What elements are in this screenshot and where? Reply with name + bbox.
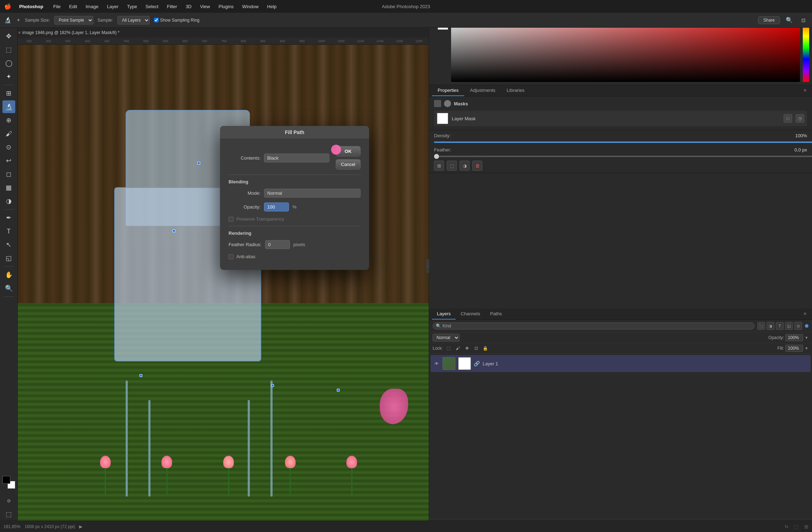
mask-selection-from-icon[interactable]: ⊞ bbox=[434, 161, 444, 171]
panel-collapse-handle[interactable]: ‹ bbox=[426, 259, 429, 273]
path-point[interactable] bbox=[197, 162, 200, 165]
status-bar-more-icon[interactable]: ⊞ bbox=[804, 524, 808, 530]
gradient-tool[interactable]: ▦ bbox=[2, 181, 15, 194]
screen-mode-btn[interactable]: ⬚ bbox=[2, 508, 15, 521]
path-point[interactable] bbox=[271, 384, 274, 387]
canvas-area[interactable] bbox=[18, 38, 429, 521]
menu-type[interactable]: Type bbox=[124, 3, 141, 10]
mask-delete-icon[interactable]: 🗑 bbox=[472, 161, 482, 171]
layers-search[interactable]: 🔍 Kind bbox=[433, 322, 755, 329]
tab-adjustments[interactable]: Adjustments bbox=[464, 85, 501, 96]
sample-size-select[interactable]: Point Sample bbox=[54, 16, 93, 24]
cancel-button[interactable]: Cancel bbox=[336, 159, 361, 170]
history-brush-tool[interactable]: ↩ bbox=[2, 154, 15, 167]
path-selection-tool[interactable]: ↖ bbox=[2, 238, 15, 251]
show-sampling-ring-checkbox[interactable]: Show Sampling Ring bbox=[154, 18, 199, 23]
workspace-icon[interactable]: ⊡ bbox=[799, 15, 808, 25]
quick-mask-btn[interactable]: ⊙ bbox=[2, 494, 15, 507]
contents-select[interactable]: Black White Color... Background Color Fo… bbox=[264, 154, 329, 162]
share-button[interactable]: Share bbox=[758, 16, 780, 24]
tab-layers[interactable]: Layers bbox=[432, 309, 456, 320]
mask-invert-icon[interactable]: ◑ bbox=[460, 161, 470, 171]
properties-panel-menu-icon[interactable]: ≡ bbox=[801, 85, 809, 96]
apple-menu[interactable]: 🍎 bbox=[4, 3, 11, 10]
foreground-color-swatch[interactable] bbox=[2, 476, 10, 484]
layer-visibility-icon[interactable]: 👁 bbox=[433, 360, 440, 367]
crop-tool[interactable]: ⊞ bbox=[2, 87, 15, 100]
clone-stamp-tool[interactable]: ⊙ bbox=[2, 141, 15, 154]
marquee-tool[interactable]: ⬚ bbox=[2, 43, 15, 56]
status-bar-layer-icon[interactable]: ⬚ bbox=[794, 524, 799, 530]
density-slider[interactable] bbox=[434, 142, 812, 143]
path-point[interactable] bbox=[172, 229, 175, 232]
eraser-tool[interactable]: ◻ bbox=[2, 168, 15, 181]
mask-btn-2[interactable]: ◷ bbox=[796, 114, 804, 123]
menu-file[interactable]: File bbox=[50, 3, 64, 10]
menu-3d[interactable]: 3D bbox=[182, 3, 195, 10]
menu-filter[interactable]: Filter bbox=[163, 3, 181, 10]
lock-image-icon[interactable]: 🖌 bbox=[454, 345, 461, 352]
path-point[interactable] bbox=[139, 374, 142, 377]
hand-tool[interactable]: ✋ bbox=[2, 268, 15, 281]
layer-link-icon[interactable]: 🔗 bbox=[474, 361, 480, 366]
filter-shape-icon[interactable]: ◱ bbox=[785, 322, 793, 330]
eyedropper-tool[interactable]: 🔬 bbox=[2, 100, 15, 113]
healing-brush-tool[interactable]: ⊕ bbox=[2, 114, 15, 127]
blend-mode-select[interactable]: Normal Multiply Screen Overlay bbox=[433, 334, 460, 342]
canvas-image[interactable] bbox=[18, 38, 429, 521]
status-bar-arrow[interactable]: ▶ bbox=[79, 524, 82, 529]
lock-transparency-icon[interactable]: ⬚ bbox=[445, 345, 452, 352]
filter-pixel-icon[interactable]: ⬛ bbox=[757, 322, 765, 330]
shape-tool[interactable]: ◱ bbox=[2, 252, 15, 265]
move-tool[interactable]: ✥ bbox=[2, 30, 15, 43]
feather-slider-thumb[interactable] bbox=[434, 154, 439, 159]
status-bar-extra-icons[interactable]: fx bbox=[785, 524, 788, 529]
filter-adjust-icon[interactable]: ◑ bbox=[767, 322, 774, 330]
lock-artboard-icon[interactable]: ⊡ bbox=[473, 345, 480, 352]
fill-value[interactable]: 100% bbox=[785, 345, 803, 352]
menu-photoshop[interactable]: Photoshop bbox=[16, 3, 47, 10]
mode-select[interactable]: Normal Multiply Screen Overlay bbox=[264, 189, 361, 198]
preserve-transparency-checkbox[interactable] bbox=[229, 217, 234, 222]
brush-tool[interactable]: 🖌 bbox=[2, 127, 15, 140]
mask-btn-1[interactable]: □ bbox=[784, 114, 792, 123]
antialias-checkbox[interactable] bbox=[229, 254, 234, 259]
feather-slider[interactable] bbox=[434, 156, 812, 157]
lasso-tool[interactable]: ◯ bbox=[2, 57, 15, 70]
tab-libraries[interactable]: Libraries bbox=[501, 85, 530, 96]
path-point[interactable] bbox=[337, 389, 340, 392]
opacity-dropdown-icon[interactable]: ▼ bbox=[805, 336, 808, 340]
lock-position-icon[interactable]: ✥ bbox=[463, 345, 471, 352]
tab-properties[interactable]: Properties bbox=[432, 85, 464, 96]
menu-help[interactable]: Help bbox=[264, 3, 280, 10]
pen-tool[interactable]: ✒ bbox=[2, 211, 15, 224]
foreground-background-colors[interactable] bbox=[2, 476, 15, 489]
menu-layer[interactable]: Layer bbox=[103, 3, 122, 10]
menu-image[interactable]: Image bbox=[82, 3, 102, 10]
lock-all-icon[interactable]: 🔒 bbox=[482, 345, 489, 352]
fill-dropdown-icon[interactable]: ▼ bbox=[805, 346, 808, 350]
search-icon[interactable]: 🔍 bbox=[784, 15, 794, 25]
filter-type-icon[interactable]: T bbox=[776, 322, 784, 330]
opacity-value[interactable]: 100% bbox=[785, 334, 803, 341]
menu-window[interactable]: Window bbox=[238, 3, 262, 10]
ok-button[interactable]: OK bbox=[336, 146, 361, 156]
layers-list[interactable]: 👁 🔗 Layer 1 bbox=[429, 354, 812, 519]
tab-close-icon[interactable]: ✕ bbox=[18, 31, 21, 35]
sample-select[interactable]: All Layers bbox=[117, 16, 150, 24]
menu-view[interactable]: View bbox=[197, 3, 214, 10]
tab-paths[interactable]: Paths bbox=[485, 309, 507, 320]
magic-wand-tool[interactable]: ✦ bbox=[2, 70, 15, 83]
filter-toggle-dot[interactable] bbox=[805, 324, 808, 328]
filter-smart-icon[interactable]: ⊙ bbox=[794, 322, 802, 330]
eyedropper-tool-icon[interactable]: 🔬 bbox=[4, 16, 12, 24]
layers-panel-menu-icon[interactable]: ≡ bbox=[801, 309, 809, 320]
dodge-tool[interactable]: ◑ bbox=[2, 195, 15, 207]
feather-input[interactable] bbox=[265, 240, 290, 249]
zoom-tool[interactable]: 🔍 bbox=[2, 282, 15, 295]
tab-channels[interactable]: Channels bbox=[456, 309, 485, 320]
layer-row[interactable]: 👁 🔗 Layer 1 bbox=[430, 355, 811, 372]
opacity-input[interactable] bbox=[264, 203, 289, 211]
menu-plugins[interactable]: Plugins bbox=[215, 3, 237, 10]
menu-select[interactable]: Select bbox=[142, 3, 162, 10]
